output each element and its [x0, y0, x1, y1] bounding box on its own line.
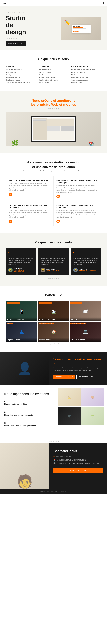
list-item[interactable]: Motion Design: [38, 82, 69, 84]
list-item[interactable]: Identité visuelle et identité verbale: [71, 69, 101, 70]
cta-portfolio-button[interactable]: NOTRE PORTEFEUILLE: [53, 374, 75, 379]
cta-contact-button[interactable]: CONTACTEZ-NOUS: [77, 374, 95, 379]
portfolio-title-4: Magasin de mode: [6, 338, 37, 342]
value-desc-2: Dictum faucet placerat in nulla pellente…: [57, 185, 98, 193]
testimonial-card-3: " Sample text. Click to select the text …: [71, 248, 101, 275]
emotion-item-3: 03. Nous créons des réalités gagnantes: [4, 422, 51, 430]
contact-info-row-1: ✉ TWEET : NWT INFO@AAAB.COM: [53, 456, 103, 458]
service-brand-list: Identité visuelle et identité verbale Id…: [71, 69, 101, 84]
emotions-section: Nous façonnons les émotions 01. Nous scu…: [0, 385, 107, 444]
value-desc-1: Dictum faucet placerat in nulla pellente…: [9, 182, 50, 191]
contact-form-button[interactable]: FORMULAIRE DE LIVRE: [53, 468, 103, 473]
portfolio-item-5[interactable]: 🏠 CRÉATION DE SITES WEB Atelier intérieu…: [38, 322, 69, 342]
value-desc-3: Dictum faucet placerat in nulla pellente…: [9, 210, 50, 218]
list-item[interactable]: Stratégie de contenu: [6, 76, 36, 78]
hero-section: À PROPOS DE NOUS Studio de design Image …: [0, 6, 107, 50]
list-item[interactable]: Direction creative: [38, 69, 69, 70]
portfolio-item-3[interactable]: 🍽️ CONCEPTION WEB Site de recettes: [70, 301, 101, 321]
service-brand-heading: L'image de marque: [71, 65, 101, 68]
emotion-img-3: 👕: [58, 407, 81, 425]
testimonials-grid: " Sample text. Click to select the text …: [6, 248, 101, 275]
service-conception-heading: Conception: [38, 65, 69, 68]
portfolio-category-4: MAGASIN: [6, 322, 13, 324]
emotion-title-3: Nous créons des réalités gagnantes: [4, 425, 51, 427]
emotion-img-4: 🌱: [81, 407, 104, 425]
quote-text-3: Sample text. Click to select the text bo…: [73, 257, 99, 266]
values-grid: Nous créons des expériences émotionnelle…: [6, 176, 101, 226]
value-number-1: 01: [9, 192, 12, 196]
portfolio-category-5: CRÉATION DE SITES WEB: [38, 322, 54, 324]
portfolio-title-6: Site Web personnel: [70, 338, 101, 342]
contact-email-text: TWEET : NWT INFO@AAAB.COM: [56, 456, 78, 458]
cta-title: Vous voulez travailler avec nous ?: [53, 358, 103, 365]
product-section: Nous créons et améliorons les produits W…: [0, 92, 107, 154]
portfolio-title-2: Application Montagne: [38, 317, 69, 321]
list-item[interactable]: Optimisation du taux de conversion: [6, 82, 36, 84]
value-item-4: Le design est plus une conversation qu'u…: [53, 201, 101, 226]
portfolio-item-6[interactable]: 💻 CRÉATION DE SITES WEB Site Web personn…: [70, 322, 101, 342]
value-title-2: En utilisant les derniers développements…: [57, 179, 98, 184]
quote-icon-2: ": [41, 251, 67, 256]
cta-person-image: 👤: [0, 352, 49, 385]
emotion-title-2: Nous donnons vie aux concepts: [4, 414, 51, 416]
list-item[interactable]: Nommage des marques: [71, 76, 101, 78]
list-item[interactable]: Identité de mouvement: [71, 72, 101, 73]
cta-img-caption: Image de Freepik: [0, 382, 49, 384]
cta-desc: Simple Text. Lorem ipsum dolor sit amet,…: [53, 367, 103, 372]
portfolio-category-2: APPLICATION MOBILE: [38, 302, 52, 304]
portfolio-item-2[interactable]: 🏔️ APPLICATION MOBILE Application Montag…: [38, 301, 69, 321]
hero-cta-button[interactable]: CONTACTEZ-NOUS: [6, 41, 26, 46]
product-image: 🌿: [6, 112, 101, 146]
portfolio-title-1: Application Happy Day: [6, 317, 37, 321]
portfolio-title-3: Site de recettes: [70, 317, 101, 321]
list-item[interactable]: Films de marque: [71, 82, 101, 84]
service-conception-list: Direction creative Guides de marque Prot…: [38, 69, 69, 84]
testimonial-info-2: Nat Reynolds CHEF COMPTABLE: [46, 268, 59, 272]
list-item[interactable]: Stratégie de marque: [6, 74, 36, 76]
emotions-img-caption: Images de Freepik: [0, 440, 107, 444]
value-title-4: Le design est plus une conversation qu'u…: [57, 204, 98, 208]
avatar-1: 😊: [8, 268, 12, 272]
testimonial-name-2: Nat Reynolds: [46, 268, 59, 270]
list-item[interactable]: Guides de marque: [38, 72, 69, 73]
navbar: logo ≡: [0, 0, 107, 6]
list-item[interactable]: Prototypes: [38, 74, 69, 76]
testimonial-name-1: Sasha Grey: [14, 268, 34, 270]
plant-icon: 🌿: [11, 140, 18, 146]
avatar-2: 😄: [41, 268, 45, 272]
list-item[interactable]: Campagnes de marque: [71, 79, 101, 81]
portfolio-item-1[interactable]: 📱 APPLICATION MOBILE Application Happy D…: [6, 301, 37, 321]
testimonials-section: Ce que disent les clients " Sample text.…: [0, 233, 107, 286]
portfolio-category-1: APPLICATION MOBILE: [6, 302, 20, 304]
list-item[interactable]: Analytique et recherche: [6, 69, 36, 70]
quote-icon-1: ": [8, 251, 34, 256]
list-item[interactable]: Création d'éléments visuels: [38, 79, 69, 81]
footer: Simple Text. Click to select the text an…: [0, 489, 107, 494]
logo: logo: [3, 2, 7, 4]
emotions-right: 📐 🎨 👕 🌱: [55, 385, 107, 440]
clock-icon: 🕐: [53, 462, 56, 464]
portfolio-category-6: CRÉATION DE SITES WEB: [71, 322, 86, 324]
email-icon: ✉: [53, 456, 55, 458]
studio-desc: Ces valeurs fondamentales définissent qu…: [6, 170, 101, 172]
testimonial-footer-3: 🙂 Bob Robert DIRECTEUR COMMERCIAL: [73, 268, 99, 272]
testimonials-title: Ce que disent les clients: [6, 240, 101, 244]
list-item[interactable]: Identité sonore: [71, 74, 101, 76]
services-section: Ce que nous faisons Stratégie Analytique…: [0, 50, 107, 92]
cta-buttons: NOTRE PORTEFEUILLE CONTACTEZ-NOUS: [53, 374, 103, 379]
hero-text: À PROPOS DE NOUS Studio de design Image …: [6, 12, 53, 46]
hamburger-icon[interactable]: ≡: [103, 2, 104, 5]
quote-text-2: Sample text. Click to select the text bo…: [41, 257, 67, 266]
laptop-mockup: [31, 116, 76, 142]
contact-section: 🧑 Image de Freepik Contactez-nous ✉ TWEE…: [0, 444, 107, 489]
list-item[interactable]: Ateliers interactifs: [6, 72, 36, 73]
portfolio-img-caption: Image de Freepik: [6, 343, 101, 345]
service-col-strategy: Stratégie Analytique et recherche Atelie…: [6, 65, 36, 84]
footer-text: Simple Text. Click to select the text an…: [2, 491, 105, 492]
product-img-caption: Image de Freepik: [6, 108, 101, 109]
list-item[interactable]: UX/UI et conception Web: [38, 76, 69, 78]
portfolio-item-4[interactable]: 👗 MAGASIN Magasin de mode: [6, 322, 37, 342]
emotion-number-3: 03.: [4, 422, 51, 424]
list-item[interactable]: Stratégie numérique: [6, 79, 36, 81]
service-col-conception: Conception Direction creative Guides de …: [38, 65, 69, 84]
